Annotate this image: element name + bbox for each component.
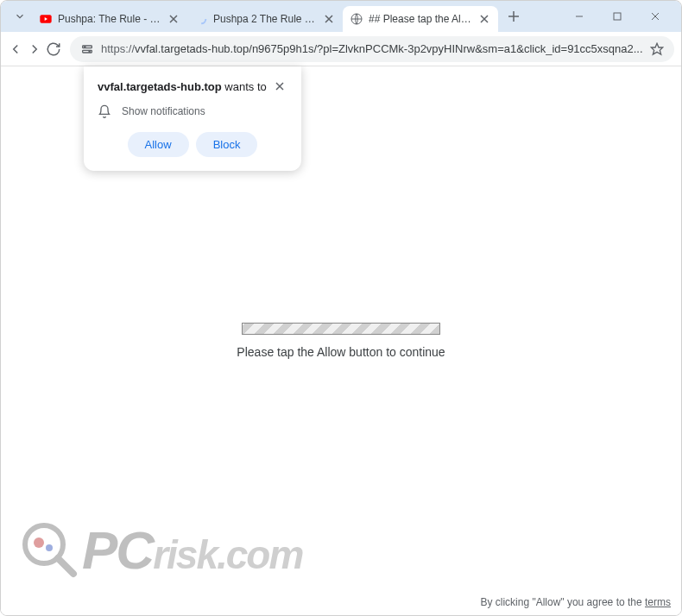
block-button[interactable]: Block [196, 132, 258, 157]
window-controls [560, 3, 674, 29]
close-icon[interactable] [167, 12, 180, 26]
back-button[interactable] [8, 35, 23, 63]
site-settings-icon[interactable] [80, 42, 94, 56]
progress-bar [242, 323, 440, 335]
svg-line-16 [58, 558, 73, 574]
permission-title: vvfal.targetads-hub.top wants to [98, 80, 267, 93]
svg-point-17 [34, 537, 44, 548]
tab-title: Pushpa 2 The Rule (2024).mkv [213, 13, 317, 25]
spinner-icon [194, 12, 208, 26]
tab-title: ## Please tap the Allow button [369, 13, 472, 25]
svg-point-18 [46, 544, 53, 551]
tab-3-active[interactable]: ## Please tap the Allow button [343, 6, 498, 32]
globe-icon [350, 12, 363, 26]
svg-rect-4 [614, 13, 621, 20]
close-window-button[interactable] [636, 3, 674, 29]
minimize-button[interactable] [560, 3, 598, 29]
terms-link[interactable]: terms [645, 596, 671, 608]
toolbar: https://vvfal.targetads-hub.top/n9675p9h… [1, 32, 681, 66]
footer-disclaimer: By clicking "Allow" you agree to the ter… [480, 596, 671, 608]
new-tab-button[interactable] [502, 4, 526, 28]
close-icon[interactable] [322, 12, 336, 26]
svg-point-2 [197, 15, 206, 24]
tab-1[interactable]: Pushpa: The Rule - Part 2 (2024 [32, 6, 187, 32]
reload-button[interactable] [46, 35, 61, 63]
notification-permission-dialog: vvfal.targetads-hub.top wants to Show no… [84, 66, 301, 171]
page-content: vvfal.targetads-hub.top wants to Show no… [1, 66, 681, 615]
svg-point-8 [89, 51, 90, 52]
svg-marker-9 [651, 43, 662, 54]
bookmark-star-icon[interactable] [650, 42, 664, 56]
allow-button[interactable]: Allow [128, 132, 189, 157]
maximize-button[interactable] [598, 3, 636, 29]
svg-point-7 [85, 46, 85, 47]
tab-search-dropdown[interactable] [8, 4, 32, 28]
youtube-icon [39, 12, 53, 26]
close-icon[interactable] [274, 80, 287, 94]
magnifier-icon [20, 520, 80, 581]
bell-icon [98, 104, 111, 118]
tab-bar: Pushpa: The Rule - Part 2 (2024 Pushpa 2… [1, 1, 681, 32]
pcrisk-watermark: PCrisk.com [20, 519, 302, 581]
close-icon[interactable] [477, 12, 491, 26]
browser-window: Pushpa: The Rule - Part 2 (2024 Pushpa 2… [0, 0, 682, 616]
tab-2[interactable]: Pushpa 2 The Rule (2024).mkv [187, 6, 343, 32]
tab-title: Pushpa: The Rule - Part 2 (2024 [58, 13, 161, 25]
address-bar[interactable]: https://vvfal.targetads-hub.top/n9675p9h… [70, 36, 674, 62]
permission-body: Show notifications [98, 104, 287, 118]
url-text: https://vvfal.targetads-hub.top/n9675p9h… [101, 42, 643, 55]
forward-button[interactable] [27, 35, 42, 63]
main-message: Please tap the Allow button to continue [237, 345, 445, 359]
